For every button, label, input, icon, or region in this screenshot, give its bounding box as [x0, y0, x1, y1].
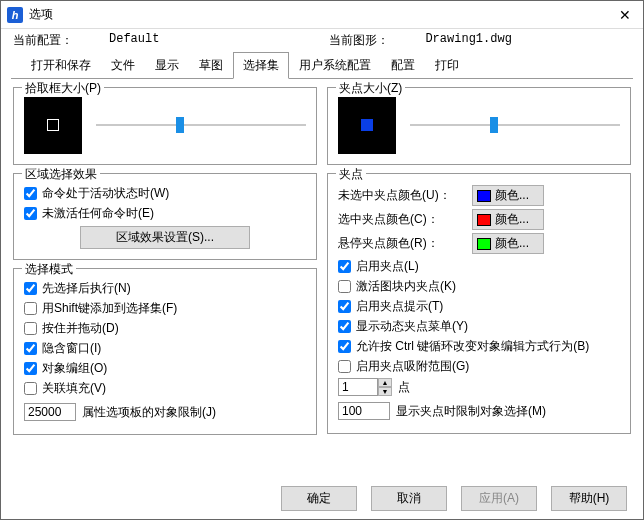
chk-dyn-grip-menu-label: 显示动态夹点菜单(Y) [356, 317, 468, 335]
selected-grip-color-label: 选中夹点颜色(C)： [338, 211, 466, 228]
swatch-blue-icon [477, 190, 491, 202]
color-btn-label: 颜色... [495, 187, 529, 204]
grip-size-title: 夹点大小(Z) [336, 80, 405, 97]
help-button[interactable]: 帮助(H) [551, 486, 627, 511]
region-effect-title: 区域选择效果 [22, 166, 100, 183]
property-palette-limit-input[interactable] [24, 403, 76, 421]
spin-down-icon[interactable]: ▼ [378, 387, 392, 396]
close-icon[interactable]: ✕ [613, 7, 637, 23]
chk-object-group[interactable] [24, 362, 37, 375]
chk-cmd-active-label: 命令处于活动状态时(W) [42, 184, 169, 202]
current-drawing-label: 当前图形： [329, 32, 389, 49]
tab-selection[interactable]: 选择集 [233, 52, 289, 79]
hover-grip-color-label: 悬停夹点颜色(R)： [338, 235, 466, 252]
chk-grip-snap-label: 启用夹点吸附范围(G) [356, 357, 469, 375]
grip-snap-range-input[interactable] [338, 378, 378, 396]
tab-print[interactable]: 打印 [425, 52, 469, 79]
color-btn-label: 颜色... [495, 211, 529, 228]
chk-block-grips[interactable] [338, 280, 351, 293]
tab-display[interactable]: 显示 [145, 52, 189, 79]
tab-file[interactable]: 文件 [101, 52, 145, 79]
color-btn-label: 颜色... [495, 235, 529, 252]
ok-button[interactable]: 确定 [281, 486, 357, 511]
pickbox-size-title: 拾取框大小(P) [22, 80, 104, 97]
pickbox-preview [24, 96, 82, 154]
chk-shift-add-label: 用Shift键添加到选择集(F) [42, 299, 177, 317]
chk-object-group-label: 对象编组(O) [42, 359, 107, 377]
chk-shift-add[interactable] [24, 302, 37, 315]
select-mode-title: 选择模式 [22, 261, 76, 278]
grip-group-title: 夹点 [336, 166, 366, 183]
current-config-value: Default [109, 32, 159, 49]
chk-press-drag-label: 按住并拖动(D) [42, 319, 119, 337]
apply-button[interactable]: 应用(A) [461, 486, 537, 511]
unselected-grip-color-button[interactable]: 颜色... [472, 185, 544, 206]
current-drawing-value: Drawing1.dwg [425, 32, 511, 49]
chk-no-active-cmd-label: 未激活任何命令时(E) [42, 204, 154, 222]
tab-sketch[interactable]: 草图 [189, 52, 233, 79]
region-effect-settings-button[interactable]: 区域效果设置(S)... [80, 226, 250, 249]
swatch-red-icon [477, 214, 491, 226]
swatch-green-icon [477, 238, 491, 250]
chk-implied-window-label: 隐含窗口(I) [42, 339, 101, 357]
chk-block-grips-label: 激活图块内夹点(K) [356, 277, 456, 295]
property-palette-limit-label: 属性选项板的对象限制(J) [82, 404, 216, 421]
app-icon: h [7, 7, 23, 23]
pickbox-size-slider[interactable] [96, 115, 306, 135]
tab-config[interactable]: 配置 [381, 52, 425, 79]
chk-assoc-hatch-label: 关联填充(V) [42, 379, 106, 397]
chk-grip-tips[interactable] [338, 300, 351, 313]
tab-user-system[interactable]: 用户系统配置 [289, 52, 381, 79]
chk-cmd-active[interactable] [24, 187, 37, 200]
selected-grip-color-button[interactable]: 颜色... [472, 209, 544, 230]
grip-object-limit-input[interactable] [338, 402, 390, 420]
grip-snap-range-label: 点 [398, 379, 410, 396]
window-title: 选项 [29, 6, 53, 23]
chk-dyn-grip-menu[interactable] [338, 320, 351, 333]
chk-implied-window[interactable] [24, 342, 37, 355]
chk-pre-select[interactable] [24, 282, 37, 295]
chk-press-drag[interactable] [24, 322, 37, 335]
chk-ctrl-cycle[interactable] [338, 340, 351, 353]
tab-open-save[interactable]: 打开和保存 [21, 52, 101, 79]
chk-enable-grips-label: 启用夹点(L) [356, 257, 419, 275]
chk-pre-select-label: 先选择后执行(N) [42, 279, 131, 297]
chk-enable-grips[interactable] [338, 260, 351, 273]
hover-grip-color-button[interactable]: 颜色... [472, 233, 544, 254]
unselected-grip-color-label: 未选中夹点颜色(U)： [338, 187, 466, 204]
chk-assoc-hatch[interactable] [24, 382, 37, 395]
grip-preview [338, 96, 396, 154]
grip-object-limit-label: 显示夹点时限制对象选择(M) [396, 403, 546, 420]
chk-grip-tips-label: 启用夹点提示(T) [356, 297, 443, 315]
chk-no-active-cmd[interactable] [24, 207, 37, 220]
spin-up-icon[interactable]: ▲ [378, 378, 392, 387]
chk-ctrl-cycle-label: 允许按 Ctrl 键循环改变对象编辑方式行为(B) [356, 337, 589, 355]
chk-grip-snap[interactable] [338, 360, 351, 373]
current-config-label: 当前配置： [13, 32, 73, 49]
grip-size-slider[interactable] [410, 115, 620, 135]
cancel-button[interactable]: 取消 [371, 486, 447, 511]
